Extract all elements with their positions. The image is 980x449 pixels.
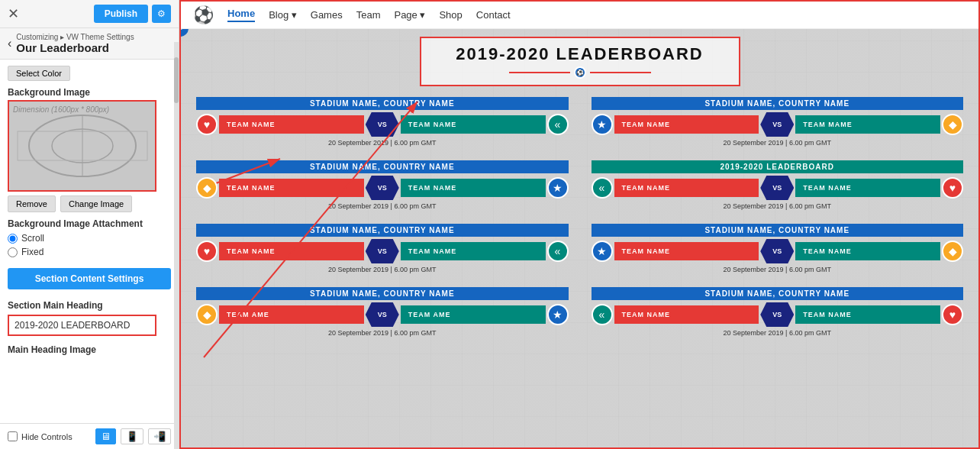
vs-badge-6: VS [366,302,399,327]
heading-input[interactable] [8,315,156,336]
select-color-button[interactable]: Select Color [8,66,70,81]
panel-title: Our Leaderboard [16,41,134,54]
close-button[interactable]: ✕ [8,5,19,22]
preview-content: ✏ 2019-2020 LEADERBOARD ⚽ STADIUM NAME, … [181,29,978,447]
hide-controls-checkbox[interactable] [8,431,18,441]
vs-badge-0: VS [366,112,399,137]
stadium-bar-7: STADIUM NAME, COUNTRY NAME [592,287,964,300]
mobile-icon-button[interactable]: 📲 [148,428,171,444]
match-date-5: 20 September 2019 | 6.00 pm GMT [592,266,964,273]
stadium-bar-4: STADIUM NAME, COUNTRY NAME [196,224,569,237]
team2-name-5: TEAM NAME [795,242,940,260]
divider-line-right [590,72,651,73]
badge1-0: ♥ [196,114,218,135]
nav-logo-icon: ⚽ [193,5,214,25]
preview-navbar: ⚽ Home Blog ▾ Games Team Page ▾ Shop Con… [181,2,978,29]
nav-item-home[interactable]: Home [227,8,255,22]
dimension-text: Dimension (1600px * 800px) [13,105,109,114]
image-controls: Remove Change Image [8,195,171,212]
remove-image-button[interactable]: Remove [8,195,56,212]
vs-badge-7: VS [760,302,794,327]
stadium-bar-0: STADIUM NAME, COUNTRY NAME [196,97,569,110]
badge1-3: « [592,177,613,199]
hide-controls-toggle[interactable]: Hide Controls [8,431,73,441]
match-date-0: 20 September 2019 | 6.00 pm GMT [196,139,569,147]
nav-item-team[interactable]: Team [356,9,381,21]
fixed-radio[interactable] [8,247,18,257]
publish-button[interactable]: Publish [94,5,148,23]
panel-nav: ‹ Customizing ▸ VW Theme Settings Our Le… [0,28,179,60]
match-block-4: STADIUM NAME, COUNTRY NAME ♥ TEAM NAME V… [196,224,569,275]
badge1-4: ♥ [196,241,218,262]
scroll-radio[interactable] [8,234,18,244]
match-block-1: STADIUM NAME, COUNTRY NAME ★ TEAM NAME V… [592,97,964,148]
badge2-1: ◆ [942,114,963,135]
nav-item-shop[interactable]: Shop [439,9,462,21]
match-block-6: STADIUM NAME, COUNTRY NAME ◆ TEAM AME VS… [196,287,569,338]
badge1-2: ◆ [196,177,218,199]
divider-ball: ⚽ [574,66,586,79]
section-content-button[interactable]: Section Content Settings [8,268,171,289]
badge2-4: « [547,241,569,262]
match-block-3: 2019-2020 LEADERBOARD « TEAM NAME VS TEA… [592,160,964,212]
team2-name-0: TEAM NAME [401,115,546,134]
team2-name-6: TEAM AME [401,305,546,324]
team1-name-5: TEAM NAME [614,242,759,260]
match-row-0: ♥ TEAM NAME VS TEAM NAME « [196,112,569,137]
nav-item-page[interactable]: Page ▾ [394,9,425,21]
badge2-7: ♥ [942,304,963,325]
match-row-6: ◆ TEAM AME VS TEAM AME ★ [196,302,569,327]
match-date-1: 20 September 2019 | 6.00 pm GMT [592,139,964,147]
match-row-2: ◆ TEAM NAME VS TEAM NAME ★ [196,176,569,200]
stadium-bar-5: STADIUM NAME, COUNTRY NAME [592,224,964,237]
match-date-6: 20 September 2019 | 6.00 pm GMT [196,329,569,337]
team1-name-2: TEAM NAME [219,179,364,197]
nav-item-games[interactable]: Games [311,9,343,21]
section-main-heading-label: Section Main Heading [8,300,171,311]
change-image-button[interactable]: Change Image [60,195,132,212]
badge2-2: ★ [547,177,569,199]
badge1-5: ★ [592,241,613,262]
fixed-radio-group: Fixed [8,247,171,257]
desktop-icon-button[interactable]: 🖥 [95,428,116,444]
vs-badge-2: VS [366,176,399,200]
match-date-7: 20 September 2019 | 6.00 pm GMT [592,329,964,337]
scroll-label: Scroll [21,233,44,244]
bg-image-preview: Dimension (1600px * 800px) [9,102,155,190]
nav-item-contact[interactable]: Contact [476,9,511,21]
match-date-2: 20 September 2019 | 6.00 pm GMT [196,202,569,210]
match-block-7: STADIUM NAME, COUNTRY NAME « TEAM NAME V… [592,287,964,338]
matches-grid: STADIUM NAME, COUNTRY NAME ♥ TEAM NAME V… [196,97,963,338]
badge2-6: ★ [547,304,569,325]
bottom-controls: Hide Controls 🖥 📱 📲 [0,423,179,449]
leaderboard-title: 2019-2020 LEADERBOARD [437,44,724,64]
back-button[interactable]: ‹ [8,37,11,50]
team2-name-2: TEAM NAME [401,179,546,197]
leaderboard-title-box: 2019-2020 LEADERBOARD ⚽ [420,37,740,86]
match-block-2: STADIUM NAME, COUNTRY NAME ◆ TEAM NAME V… [196,160,569,212]
team2-name-3: TEAM NAME [795,179,940,197]
divider-line-left [509,72,570,73]
panel-body: Select Color Background Image Dimension … [0,60,179,423]
badge1-1: ★ [592,114,613,135]
team1-name-0: TEAM NAME [219,115,364,134]
preview-area: ⚽ Home Blog ▾ Games Team Page ▾ Shop Con… [179,0,980,449]
scrollbar-track[interactable] [174,42,179,449]
nav-item-blog[interactable]: Blog ▾ [269,9,297,21]
gear-button[interactable]: ⚙ [152,5,171,23]
edit-pencil-icon[interactable]: ✏ [181,29,189,37]
team1-name-6: TEAM AME [219,305,364,324]
team1-name-1: TEAM NAME [614,115,759,134]
scrollbar-thumb[interactable] [174,57,179,103]
match-row-7: « TEAM NAME VS TEAM NAME ♥ [592,302,964,327]
match-date-3: 20 September 2019 | 6.00 pm GMT [592,202,964,210]
stadium-bar-3: 2019-2020 LEADERBOARD [592,160,964,173]
match-block-5: STADIUM NAME, COUNTRY NAME ★ TEAM NAME V… [592,224,964,275]
title-divider: ⚽ [437,66,724,79]
match-row-4: ♥ TEAM NAME VS TEAM NAME « [196,239,569,263]
stadium-bar-6: STADIUM NAME, COUNTRY NAME [196,287,569,300]
team2-name-1: TEAM MAME [795,115,940,134]
match-date-4: 20 September 2019 | 6.00 pm GMT [196,266,569,273]
match-row-3: « TEAM NAME VS TEAM NAME ♥ [592,176,964,200]
tablet-icon-button[interactable]: 📱 [121,428,143,444]
